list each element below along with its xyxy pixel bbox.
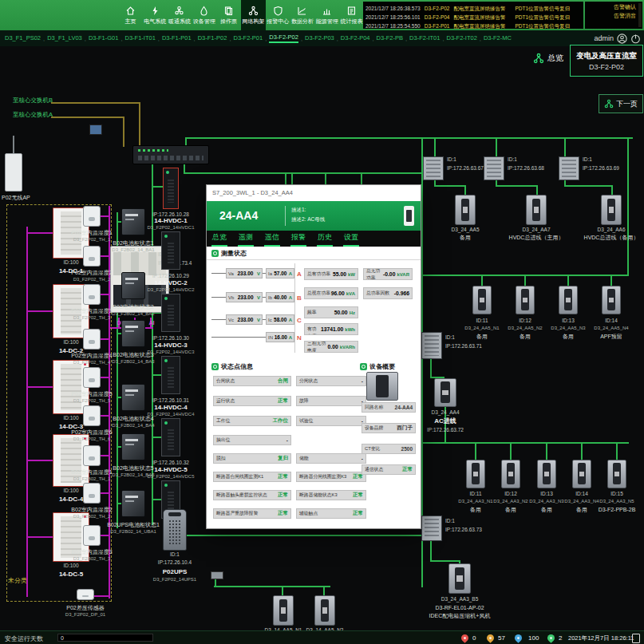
crumb-D3-F2-PB[interactable]: D3-F2-PB xyxy=(377,34,403,42)
crumb-D3-F1-IT01[interactable]: D3-F1-IT01 xyxy=(124,34,155,42)
battery-D3_F2B02_14_UBA1[interactable] xyxy=(121,490,145,517)
tab-遥信[interactable]: 遥信 xyxy=(264,232,280,247)
user-icon[interactable] xyxy=(617,34,627,44)
breaker-D3_24_AA3_N3[interactable] xyxy=(537,460,556,488)
battery-D3_F2B02_14_BA1[interactable] xyxy=(121,208,145,235)
alarm-ticker-side[interactable]: 告警确认告警消音 xyxy=(585,2,642,29)
sensor-D3_F2B02_TH_1[interactable] xyxy=(83,445,101,466)
crumb-D3-F1-P01[interactable]: D3-F1-P01 xyxy=(162,34,192,42)
tab-遥测[interactable]: 遥测 xyxy=(238,232,254,247)
crumb-D3-F2-P03[interactable]: D3-F2-P03 xyxy=(305,34,334,42)
crumb-D3-F1-P02[interactable]: D3-F1-P02 xyxy=(198,34,227,42)
crumb-D3-F2-P02[interactable]: D3-F2-P02 xyxy=(269,34,298,43)
ticker-scrollbar[interactable] xyxy=(638,3,642,27)
tab-设置[interactable]: 设置 xyxy=(343,232,359,247)
sensor-D3_F2B02_TH_2[interactable] xyxy=(83,483,101,504)
nav-item-暖通系统[interactable]: 暖通系统 xyxy=(168,0,192,30)
crumb-D3-F2-MC[interactable]: D3-F2-MC xyxy=(484,34,512,42)
sensor-D3_F2P02_TH_4[interactable] xyxy=(83,329,101,350)
hvdc-cabinet-14-HVDC-1[interactable] xyxy=(161,231,180,270)
crumb-D3-F1-G01[interactable]: D3-F1-G01 xyxy=(89,34,119,42)
breaker-D3_24_AA3_N2[interactable] xyxy=(501,460,520,488)
battery-D3_F2B02_14_BA2[interactable] xyxy=(121,272,145,299)
breaker-D3_14_AA5_N1[interactable] xyxy=(273,595,294,626)
breaker-D3_24_AA5_N3[interactable] xyxy=(559,286,578,314)
small-module[interactable] xyxy=(89,124,102,135)
hvdc-cabinet-14-HVDC-2[interactable] xyxy=(161,294,180,332)
alarm-message2: PDT1位置告警信号复归 xyxy=(515,23,570,29)
voltage-box: Vc233.00V xyxy=(226,314,263,325)
hvdc-cabinet-14-HVDC-4[interactable] xyxy=(161,418,180,456)
nav-item-能源管理[interactable]: 能源管理 xyxy=(314,0,339,30)
crumb-D3_F1_PS02[interactable]: D3_F1_PS02 xyxy=(5,34,41,42)
breaker-D3_24_AA5_N4[interactable] xyxy=(602,286,621,314)
hvdc-cabinet-14-HVDC-3[interactable] xyxy=(161,356,180,394)
alarm-row[interactable]: 2021/12/7 18:25:56.101D3-F2-P04配电室直流屏绝缘告… xyxy=(363,10,583,19)
crumb-D3-F2-IT02[interactable]: D3-F2-IT02 xyxy=(446,34,476,42)
current-box: Ib40.00A xyxy=(266,292,294,302)
nav-item-电气系统[interactable]: 电气系统 xyxy=(143,0,168,30)
logout-icon[interactable] xyxy=(630,34,641,44)
gateway-IP:172.26.63.68[interactable] xyxy=(484,156,504,180)
crumb-D3-F2-P04[interactable]: D3-F2-P04 xyxy=(341,34,370,42)
alarm-row[interactable]: 2021/12/7 18:25:54.550D3-F2-P01配电室直流屏绝缘告… xyxy=(363,19,583,28)
core-switch[interactable] xyxy=(132,145,209,164)
tab-报警[interactable]: 报警 xyxy=(290,232,306,247)
breaker-D3_24_AA5_N1[interactable] xyxy=(472,286,492,314)
alarm-ticker[interactable]: 2021/12/7 18:26:38.573D3-F2-P02配电室直流屏绝缘告… xyxy=(363,2,583,29)
room-title-box[interactable]: 变电及高压直流室 D3-F2-P02 xyxy=(570,45,643,77)
ups-D3_F2P02_14UPS1[interactable] xyxy=(163,509,187,551)
wire xyxy=(185,535,423,536)
drop-icon xyxy=(199,6,209,16)
ticker-side-button[interactable]: 告警确认 xyxy=(585,2,642,10)
overview-button[interactable]: 总览 xyxy=(533,49,563,67)
breaker-D3_24_AA3_B5[interactable] xyxy=(448,563,471,594)
gateway-IP:172.26.63.67[interactable] xyxy=(423,156,444,180)
breaker-D3_24_AA3_N4[interactable] xyxy=(572,460,591,488)
nav-item-设备管理[interactable]: 设备管理 xyxy=(192,0,216,30)
gateway-IP:172.26.63.71[interactable] xyxy=(421,332,442,359)
battery-D3_F2B02_14_BA3[interactable] xyxy=(121,320,145,347)
sensor-D3_F2P02_TH_2[interactable] xyxy=(83,246,101,267)
metric-unit: Hz xyxy=(350,310,355,315)
nav-item-网络构架[interactable]: 网络构架 xyxy=(241,0,266,30)
sensor-D3_F2B02_TH_3[interactable] xyxy=(83,525,101,546)
sensor-D3_F2P02_TH_5[interactable] xyxy=(83,367,101,388)
tab-总览[interactable]: 总览 xyxy=(211,232,227,247)
log-icon[interactable] xyxy=(632,634,640,643)
crumb-D3_F1_LV03[interactable]: D3_F1_LV03 xyxy=(47,34,82,42)
battery-name: B02电池柜状态2 xyxy=(113,304,153,310)
gateway-IP:172.26.63.69[interactable] xyxy=(559,156,579,180)
breaker-D3_24_AA4[interactable] xyxy=(434,378,456,407)
hvdc-head-cabinet[interactable] xyxy=(163,168,179,209)
sensor-D3_F2P02_DP_01[interactable] xyxy=(77,589,94,600)
nav-item-报警中心[interactable]: 报警中心 xyxy=(266,0,290,30)
nav-item-统计报表[interactable]: 统计报表 xyxy=(339,0,364,30)
crumb-D3-F2-IT01[interactable]: D3-F2-IT01 xyxy=(409,34,440,42)
nav-item-数据分析[interactable]: 数据分析 xyxy=(290,0,315,30)
sensor-D3_F2P02_TH_1[interactable] xyxy=(83,206,101,227)
battery-D3_F2B02_14_BA5[interactable] xyxy=(121,433,145,460)
breaker-D3_24_AA5_N2[interactable] xyxy=(516,286,535,314)
wire xyxy=(564,139,566,158)
wireless-ap[interactable] xyxy=(5,153,22,192)
breaker-D3_24_AA6[interactable] xyxy=(601,195,622,225)
crumb-D3-F2-P01[interactable]: D3-F2-P01 xyxy=(233,34,263,42)
breaker-D3_24_AA5[interactable] xyxy=(455,195,476,225)
gateway-IP:172.26.63.73[interactable] xyxy=(421,516,442,541)
tab-历史[interactable]: 历史 xyxy=(317,232,333,247)
ticker-side-button[interactable]: 告警消音 xyxy=(585,10,642,19)
sensor-D3_F2P02_TH_6[interactable] xyxy=(83,405,101,426)
breaker-D3_14_AA5_N2[interactable] xyxy=(314,595,335,626)
breaker-D3_24_AA3_N1[interactable] xyxy=(466,460,485,488)
next-page-button[interactable]: 下一页 xyxy=(599,94,643,113)
battery-D3_F2B02_14_BA4[interactable] xyxy=(121,384,145,411)
sensor-name: P02室内温湿度1 xyxy=(71,230,112,235)
breaker-D3_24_AA7[interactable] xyxy=(526,195,547,225)
nav-item-主页[interactable]: 主页 xyxy=(118,0,143,30)
breaker-D3_24_AA3_N5[interactable] xyxy=(607,460,626,488)
nav-item-操作票[interactable]: 操作票 xyxy=(216,0,241,30)
alarm-row[interactable]: 2021/12/7 18:26:38.573D3-F2-P02配电室直流屏绝缘告… xyxy=(363,2,583,10)
small-device[interactable] xyxy=(211,571,223,579)
sensor-D3_F2P02_TH_3[interactable] xyxy=(83,284,101,305)
